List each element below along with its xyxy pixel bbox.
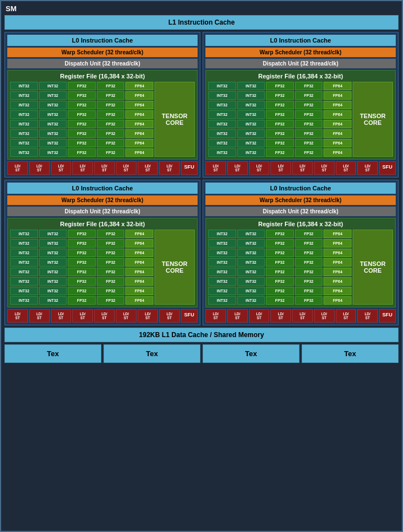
q1-row-8: INT32 INT32 FP32 FP32 FP64 <box>10 148 153 157</box>
q2-sfu-unit: SFU <box>379 161 396 175</box>
q2-row-4: INT32 INT32 FP32 FP32 FP64 <box>208 110 352 119</box>
ld-st-unit: LD/ST <box>72 309 93 323</box>
fp32-cell: FP32 <box>295 129 323 138</box>
int32-cell: INT32 <box>10 268 38 276</box>
q4-warp-scheduler: Warp Scheduler (32 thread/clk) <box>205 195 396 205</box>
int32-cell: INT32 <box>237 129 265 138</box>
fp32-cell: FP32 <box>97 239 125 248</box>
ld-st-unit: LD/ST <box>116 309 137 323</box>
int32-cell: INT32 <box>208 296 236 305</box>
int32-cell: INT32 <box>208 139 236 147</box>
sm-label: SM <box>4 4 399 13</box>
quadrant-2: L0 Instruction Cache Warp Scheduler (32 … <box>203 32 399 178</box>
q1-register-file: Register File (16,384 x 32-bit) INT32 IN… <box>7 70 198 160</box>
ld-st-unit: LD/ST <box>249 161 270 175</box>
ld-st-unit: LD/ST <box>357 161 378 175</box>
tex-units-row: Tex Tex Tex Tex <box>4 344 399 363</box>
fp32-cell: FP32 <box>97 287 125 295</box>
int32-cell: INT32 <box>208 129 236 138</box>
fp64-cell: FP64 <box>125 139 153 147</box>
ld-st-unit: LD/ST <box>227 309 248 323</box>
int32-cell: INT32 <box>10 101 38 109</box>
ld-st-unit: LD/ST <box>249 309 270 323</box>
ld-st-unit: LD/ST <box>292 161 313 175</box>
int32-cell: INT32 <box>10 110 38 119</box>
fp32-cell: FP32 <box>266 120 294 128</box>
fp64-cell: FP64 <box>324 139 352 147</box>
q2-register-file: Register File (16,384 x 32-bit) INT32 IN… <box>205 70 396 160</box>
quadrant-3: L0 Instruction Cache Warp Scheduler (32 … <box>4 180 200 325</box>
fp32-cell: FP32 <box>68 101 96 109</box>
q1-row-1: INT32 INT32 FP32 FP32 FP64 <box>10 82 153 90</box>
q1-row-6: INT32 INT32 FP32 FP32 FP64 <box>10 129 153 138</box>
int32-cell: INT32 <box>237 230 265 238</box>
int32-cell: INT32 <box>39 148 67 157</box>
q3-register-file: Register File (16,384 x 32-bit) INT32 IN… <box>7 218 198 307</box>
q3-register-content: INT32 INT32 FP32 FP32 FP64 INT32 INT32 F… <box>10 230 195 305</box>
fp64-cell: FP64 <box>125 230 153 238</box>
int32-cell: INT32 <box>237 258 265 267</box>
fp64-cell: FP64 <box>125 120 153 128</box>
q1-register-content: INT32 INT32 FP32 FP32 FP64 INT32 INT32 F… <box>10 82 195 157</box>
bottom-quadrants-row: L0 Instruction Cache Warp Scheduler (32 … <box>4 180 399 325</box>
int32-cell: INT32 <box>10 82 38 90</box>
q3-row-5: INT32 INT32 FP32 FP32 FP64 <box>10 268 153 276</box>
fp32-cell: FP32 <box>266 296 294 305</box>
sm-container: SM L1 Instruction Cache L0 Instruction C… <box>0 0 403 532</box>
fp64-cell: FP64 <box>324 148 352 157</box>
fp32-cell: FP32 <box>97 129 125 138</box>
ld-st-unit: LD/ST <box>292 309 313 323</box>
int32-cell: INT32 <box>10 129 38 138</box>
q3-dispatch-unit: Dispatch Unit (32 thread/clk) <box>7 207 198 216</box>
ld-st-unit: LD/ST <box>7 161 28 175</box>
fp64-cell: FP64 <box>324 120 352 128</box>
fp64-cell: FP64 <box>125 148 153 157</box>
ld-st-unit: LD/ST <box>270 161 291 175</box>
fp64-cell: FP64 <box>324 277 352 286</box>
fp64-cell: FP64 <box>125 296 153 305</box>
q1-tensor-core: TENSOR CORE <box>154 82 195 157</box>
fp32-cell: FP32 <box>97 268 125 276</box>
ld-st-unit: LD/ST <box>94 161 115 175</box>
int32-cell: INT32 <box>237 296 265 305</box>
fp32-cell: FP32 <box>295 230 323 238</box>
q4-bottom-units: LD/ST LD/ST LD/ST LD/ST LD/ST LD/ST LD/S… <box>205 309 396 323</box>
q2-tensor-core: TENSOR CORE <box>353 82 393 157</box>
int32-cell: INT32 <box>237 120 265 128</box>
fp32-cell: FP32 <box>266 82 294 90</box>
ld-st-unit: LD/ST <box>357 309 378 323</box>
fp32-cell: FP32 <box>266 277 294 286</box>
fp32-cell: FP32 <box>266 110 294 119</box>
q1-row-5: INT32 INT32 FP32 FP32 FP64 <box>10 120 153 128</box>
int32-cell: INT32 <box>10 287 38 295</box>
fp64-cell: FP64 <box>324 230 352 238</box>
fp32-cell: FP32 <box>68 249 96 257</box>
int32-cell: INT32 <box>39 91 67 100</box>
int32-cell: INT32 <box>39 296 67 305</box>
fp32-cell: FP32 <box>97 110 125 119</box>
fp64-cell: FP64 <box>125 110 153 119</box>
int32-cell: INT32 <box>208 258 236 267</box>
fp32-cell: FP32 <box>97 230 125 238</box>
q1-dispatch-unit: Dispatch Unit (32 thread/clk) <box>7 59 198 68</box>
fp32-cell: FP32 <box>295 296 323 305</box>
fp32-cell: FP32 <box>266 101 294 109</box>
fp32-cell: FP32 <box>295 148 323 157</box>
int32-cell: INT32 <box>208 230 236 238</box>
fp64-cell: FP64 <box>125 277 153 286</box>
q1-rf-label: Register File (16,384 x 32-bit) <box>10 73 195 80</box>
fp32-cell: FP32 <box>266 287 294 295</box>
q4-row-1: INT32 INT32 FP32 FP32 FP64 <box>208 230 352 238</box>
ld-st-unit: LD/ST <box>205 309 226 323</box>
fp32-cell: FP32 <box>68 258 96 267</box>
q2-row-2: INT32 INT32 FP32 FP32 FP64 <box>208 91 352 100</box>
int32-cell: INT32 <box>10 239 38 248</box>
int32-cell: INT32 <box>208 91 236 100</box>
fp32-cell: FP32 <box>97 277 125 286</box>
int32-cell: INT32 <box>208 268 236 276</box>
int32-cell: INT32 <box>39 249 67 257</box>
int32-cell: INT32 <box>208 120 236 128</box>
int32-cell: INT32 <box>208 239 236 248</box>
fp32-cell: FP32 <box>97 139 125 147</box>
int32-cell: INT32 <box>39 258 67 267</box>
